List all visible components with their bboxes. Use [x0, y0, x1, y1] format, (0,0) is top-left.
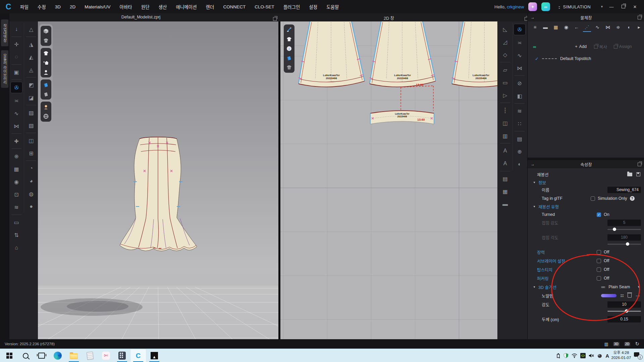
- zipper-2d-tool[interactable]: ⊕: [514, 146, 525, 157]
- trace-tool[interactable]: ◫: [499, 118, 511, 128]
- fold-angle-slider[interactable]: [607, 242, 641, 246]
- copy-button[interactable]: 복사: [594, 44, 607, 50]
- separator[interactable]: [26, 161, 36, 161]
- print-layout-tool[interactable]: ▦: [499, 186, 511, 197]
- fold-strength-input[interactable]: 5: [607, 220, 641, 226]
- seamline-section-row[interactable]: ▼ 3D 솔기선 ≈≈ Plain Seam ▼: [528, 283, 644, 291]
- show-garment-2d-icon[interactable]: [285, 35, 293, 43]
- refresh-icon[interactable]: ↻: [635, 341, 639, 347]
- edge-button[interactable]: [50, 349, 66, 362]
- 렌더[interactable]: 렌더: [206, 3, 214, 10]
- tab-trim[interactable]: ◖: [625, 24, 632, 30]
- show-pattern-blue-icon[interactable]: [42, 81, 50, 89]
- 아바타[interactable]: 아바타: [120, 3, 132, 10]
- Materials/UV[interactable]: Materials/UV: [85, 4, 110, 9]
- transform-pattern-tool[interactable]: ◺: [499, 24, 511, 35]
- show-style-icon[interactable]: [42, 59, 50, 67]
- ime-language-icon[interactable]: A: [605, 353, 609, 359]
- fabric-strain-tool[interactable]: ▦: [11, 164, 22, 174]
- start-button[interactable]: [1, 349, 17, 362]
- 3D[interactable]: 3D: [55, 4, 61, 9]
- environment-globe-icon[interactable]: [42, 112, 50, 120]
- file-explorer-button[interactable]: [66, 349, 82, 362]
- 수정[interactable]: 수정: [38, 3, 46, 10]
- brush-select-tool[interactable]: ◌: [11, 52, 22, 62]
- separator[interactable]: [515, 75, 525, 76]
- symmetry-pattern-tool[interactable]: ◐: [514, 159, 525, 170]
- topstitch-checkbox[interactable]: [597, 267, 601, 272]
- measure-tool[interactable]: ▭: [11, 217, 22, 228]
- restore-button[interactable]: [620, 4, 627, 9]
- separator[interactable]: [500, 143, 510, 143]
- notepad-button[interactable]: [82, 349, 98, 362]
- separator[interactable]: [26, 105, 36, 105]
- intensity-slider[interactable]: [607, 309, 641, 313]
- calculator-button[interactable]: [114, 349, 130, 362]
- taskbar-clock[interactable]: 오후 4:28 2026-01-07: [610, 350, 633, 360]
- flatten-tool[interactable]: ⇅: [11, 230, 22, 240]
- internal-line-tool[interactable]: ┆: [499, 105, 511, 116]
- show-texture-2d-icon[interactable]: [285, 63, 293, 71]
- arrange-garment-tool[interactable]: ▣: [11, 67, 22, 77]
- separator[interactable]: [500, 103, 510, 103]
- pin-fabric-tool[interactable]: ▨: [25, 107, 37, 118]
- simulation-caret-icon[interactable]: ▼: [600, 5, 603, 8]
- separator[interactable]: [11, 148, 21, 149]
- tab-bow[interactable]: ⋈: [604, 24, 611, 30]
- mannequin-tool[interactable]: ◍: [25, 188, 37, 199]
- drape-garment-tool[interactable]: ◬: [25, 64, 37, 75]
- close-button[interactable]: ✕: [631, 4, 639, 9]
- 생산[interactable]: 생산: [159, 3, 167, 10]
- text-tool[interactable]: A: [499, 145, 511, 156]
- topstitch-list-item[interactable]: ✓ Default Topstitch: [528, 54, 644, 63]
- 2d-viewport[interactable]: LollerKoasTer20220406 LollerKoasTer20220…: [280, 21, 497, 339]
- separator[interactable]: [11, 64, 21, 65]
- pointer-device-icon[interactable]: [597, 353, 602, 358]
- slider-knob[interactable]: [625, 309, 628, 313]
- fold-angle-input[interactable]: 180: [607, 234, 641, 241]
- separator[interactable]: [500, 62, 510, 62]
- gizmo-cube-icon[interactable]: [42, 27, 50, 35]
- texture-grid-icon[interactable]: ∷: [621, 293, 624, 298]
- slider-knob[interactable]: [626, 242, 629, 246]
- tab-puckering[interactable]: ∿: [594, 24, 601, 30]
- nvidia-icon[interactable]: [580, 353, 586, 358]
- quilt-tool[interactable]: ⊞: [25, 148, 37, 159]
- tab-button[interactable]: ◉: [563, 24, 570, 30]
- 애니메이션[interactable]: 애니메이션: [176, 3, 197, 10]
- connect-button[interactable]: ∞: [541, 2, 550, 11]
- separator[interactable]: [26, 133, 36, 133]
- 플러그인[interactable]: 플러그인: [283, 3, 300, 10]
- show-pattern-2d-icon[interactable]: [285, 54, 293, 62]
- gizmo-garment-icon[interactable]: [42, 37, 50, 45]
- needle-tool-icon[interactable]: [285, 26, 293, 34]
- toggle-2d-button[interactable]: 2D: [624, 342, 631, 346]
- wifi-icon[interactable]: [572, 353, 577, 358]
- smooth-tool[interactable]: ◔: [25, 163, 37, 174]
- sewing-machine-2d-tool[interactable]: ✇: [514, 24, 526, 35]
- solidify-tool[interactable]: ◫: [25, 135, 37, 146]
- notification-center-button[interactable]: 1: [634, 352, 643, 360]
- history-window-tab[interactable]: 작업내역창: [1, 19, 8, 46]
- move-gizmo-tool[interactable]: ✛: [11, 39, 22, 50]
- steam-iron-tool[interactable]: ⌂: [11, 242, 22, 253]
- tab-zipper[interactable]: ≑: [615, 24, 622, 30]
- 도움말[interactable]: 도움말: [326, 3, 339, 10]
- username[interactable]: crkginew: [507, 4, 524, 9]
- segment-sewing-tool[interactable]: ≍: [11, 95, 22, 106]
- defender-shield-icon[interactable]: [564, 353, 569, 358]
- 원단[interactable]: 원단: [141, 3, 150, 10]
- check-sewing-tool[interactable]: ⊘: [514, 78, 525, 88]
- shrink-tool[interactable]: ●: [25, 201, 37, 212]
- split-view-icon[interactable]: ▥: [604, 342, 608, 347]
- seam-allowance-tool[interactable]: ▥: [499, 130, 511, 141]
- slider-knob[interactable]: [613, 228, 616, 231]
- CLO-SET[interactable]: CLO-SET: [255, 4, 274, 9]
- simulation-only-checkbox[interactable]: [591, 196, 595, 201]
- separator[interactable]: [515, 103, 525, 104]
- sewing-type-section-row[interactable]: ▼ 재봉선 유형: [528, 202, 644, 210]
- volume-muted-icon[interactable]: [589, 353, 594, 358]
- turned-checkbox[interactable]: ✓: [597, 213, 601, 217]
- 3d-viewport[interactable]: [38, 21, 278, 339]
- sewing-machine-tool[interactable]: ✇: [10, 82, 22, 93]
